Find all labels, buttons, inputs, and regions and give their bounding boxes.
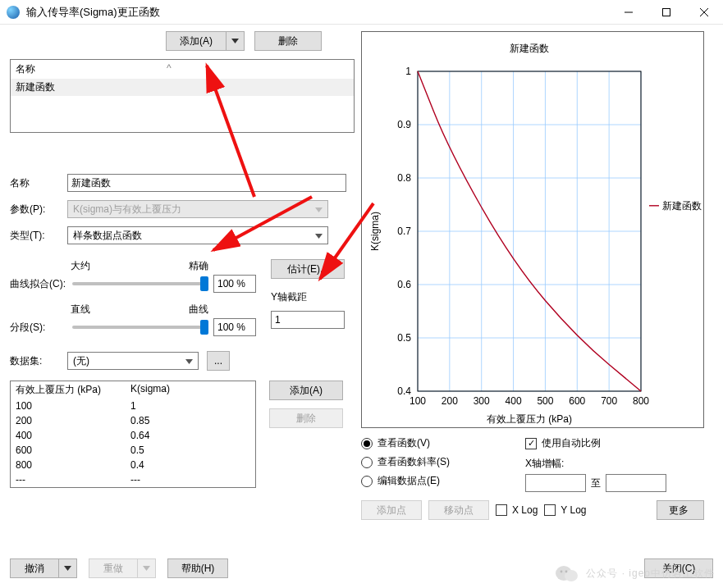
xlog-checkbox[interactable]: X Log xyxy=(496,504,538,516)
exact-label: 精确 xyxy=(189,259,208,273)
svg-text:500: 500 xyxy=(537,395,553,407)
app-icon xyxy=(7,6,20,19)
param-combobox: K(sigma)与有效上覆压力 xyxy=(67,200,328,218)
svg-text:K(sigma): K(sigma) xyxy=(369,212,381,251)
name-label: 名称 xyxy=(10,176,59,190)
move-chart-point-button[interactable]: 移动点 xyxy=(428,500,489,520)
add-function-button[interactable]: 添加(A) xyxy=(166,31,227,51)
ylog-checkbox[interactable]: Y Log xyxy=(544,504,586,516)
svg-text:新建函数: 新建函数 xyxy=(662,200,702,212)
close-button[interactable] xyxy=(685,0,723,25)
table-col-pressure: 有效上覆压力 (kPa) xyxy=(16,383,130,397)
window-title: 输入传导率(Sigma)更正函数 xyxy=(26,5,610,20)
chevron-down-icon xyxy=(64,566,71,571)
x-gain-to-input[interactable] xyxy=(606,474,666,492)
svg-text:有效上覆压力 (kPa): 有效上覆压力 (kPa) xyxy=(487,413,572,425)
svg-rect-1 xyxy=(663,8,670,16)
svg-marker-7 xyxy=(185,359,193,364)
view-function-radio[interactable]: 查看函数(V) xyxy=(361,436,525,450)
svg-text:300: 300 xyxy=(474,395,490,407)
table-row[interactable]: ------ xyxy=(11,472,255,487)
table-col-ksigma: K(sigma) xyxy=(130,383,229,397)
more-button[interactable]: 更多 xyxy=(657,500,704,520)
chevron-down-icon xyxy=(231,39,239,43)
line-label: 直线 xyxy=(71,303,90,317)
segment-slider[interactable] xyxy=(72,326,205,329)
dataset-browse-button[interactable]: ... xyxy=(207,351,230,371)
svg-text:0.9: 0.9 xyxy=(397,119,411,130)
delete-point-table-button[interactable]: 删除 xyxy=(269,408,343,428)
data-table[interactable]: 有效上覆压力 (kPa) K(sigma) 10012000.854000.64… xyxy=(10,381,256,488)
estimate-button[interactable]: 估计(E)... xyxy=(271,259,345,279)
minimize-button[interactable] xyxy=(610,0,647,25)
svg-text:1: 1 xyxy=(405,66,411,77)
delete-function-button[interactable]: 删除 xyxy=(254,31,322,51)
close-dialog-button[interactable]: 关闭(C) xyxy=(644,558,713,578)
function-listbox[interactable]: 名称 ^ 新建函数 xyxy=(10,59,355,133)
svg-marker-49 xyxy=(143,566,150,571)
approx-label: 大约 xyxy=(71,259,90,273)
svg-marker-4 xyxy=(231,39,239,43)
svg-text:0.6: 0.6 xyxy=(397,279,411,290)
sort-indicator-icon: ^ xyxy=(167,62,172,76)
svg-text:0.8: 0.8 xyxy=(397,172,411,184)
type-combobox[interactable]: 样条数据点函数 xyxy=(67,226,328,244)
table-row[interactable]: 4000.64 xyxy=(11,428,255,443)
name-input[interactable] xyxy=(67,174,346,192)
chevron-down-icon xyxy=(315,203,323,215)
y-intercept-input[interactable] xyxy=(271,311,345,329)
svg-text:0.4: 0.4 xyxy=(397,385,411,397)
segment-value[interactable] xyxy=(213,318,256,336)
svg-marker-5 xyxy=(315,207,323,212)
curve-fit-slider[interactable] xyxy=(72,282,205,285)
redo-dropdown[interactable] xyxy=(138,558,156,578)
svg-text:0.7: 0.7 xyxy=(397,226,411,237)
view-slope-radio[interactable]: 查看函数斜率(S) xyxy=(361,455,525,469)
segment-label: 分段(S): xyxy=(10,321,69,335)
chart-area: 新建函数1002003004005006007008000.40.50.60.7… xyxy=(361,31,704,428)
svg-text:700: 700 xyxy=(601,395,617,407)
dataset-label: 数据集: xyxy=(10,354,59,368)
undo-button[interactable]: 撤消 xyxy=(10,558,59,578)
chevron-down-icon xyxy=(185,355,193,367)
x-gain-from-input[interactable] xyxy=(525,474,586,492)
svg-marker-48 xyxy=(64,566,71,571)
svg-text:0.5: 0.5 xyxy=(397,332,411,344)
curve-fit-value[interactable] xyxy=(213,275,256,293)
svg-text:600: 600 xyxy=(569,395,585,407)
title-bar: 输入传导率(Sigma)更正函数 xyxy=(0,0,723,25)
to-label: 至 xyxy=(591,476,601,490)
chevron-down-icon xyxy=(143,566,150,571)
table-row[interactable]: 1001 xyxy=(11,399,255,413)
svg-text:800: 800 xyxy=(633,395,649,407)
auto-scale-checkbox[interactable]: ✓使用自动比例 xyxy=(525,436,601,450)
edit-points-radio[interactable]: 编辑数据点(E) xyxy=(361,474,525,488)
curve-fit-label: 曲线拟合(C): xyxy=(10,277,69,291)
svg-text:400: 400 xyxy=(506,395,522,407)
listbox-header-name: 名称 xyxy=(16,62,35,76)
table-row[interactable]: 8000.4 xyxy=(11,458,255,472)
x-gain-label: X轴增幅: xyxy=(525,457,704,471)
svg-text:100: 100 xyxy=(410,395,426,407)
svg-marker-6 xyxy=(315,234,323,239)
curve-label: 曲线 xyxy=(189,303,208,317)
redo-button[interactable]: 重做 xyxy=(89,558,138,578)
param-label: 参数(P): xyxy=(10,203,59,217)
add-chart-point-button[interactable]: 添加点 xyxy=(361,500,422,520)
y-intercept-label: Y轴截距 xyxy=(271,290,345,304)
undo-dropdown[interactable] xyxy=(59,558,77,578)
help-button[interactable]: 帮助(H) xyxy=(167,558,228,578)
type-label: 类型(T): xyxy=(10,229,59,243)
list-item[interactable]: 新建函数 xyxy=(11,79,354,96)
svg-text:200: 200 xyxy=(442,395,458,407)
add-point-table-button[interactable]: 添加(A) xyxy=(269,381,343,400)
chevron-down-icon xyxy=(315,230,323,241)
table-row[interactable]: 2000.85 xyxy=(11,413,255,428)
maximize-button[interactable] xyxy=(647,0,685,25)
table-row[interactable]: 6000.5 xyxy=(11,443,255,458)
add-function-dropdown[interactable] xyxy=(227,31,245,51)
svg-text:新建函数: 新建函数 xyxy=(510,43,549,54)
dataset-combobox[interactable]: (无) xyxy=(67,352,199,370)
